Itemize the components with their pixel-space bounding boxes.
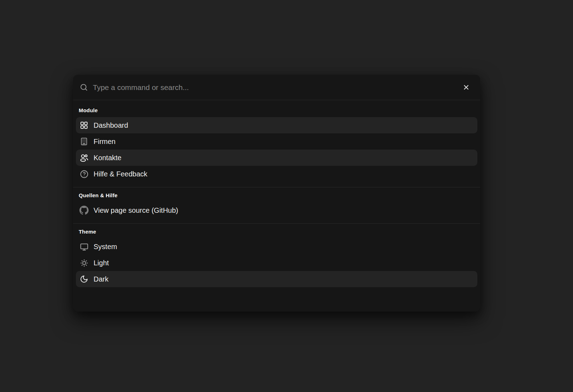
group-heading: Quellen & Hilfe (76, 187, 477, 202)
menu-item-label: Hilfe & Feedback (94, 170, 147, 178)
search-icon (79, 83, 88, 92)
menu-item-label: Firmen (94, 138, 115, 146)
menu-item-label: Light (94, 259, 109, 267)
menu-item-label: View page source (GitHub) (94, 206, 178, 215)
sun-icon (79, 258, 89, 267)
search-bar (73, 75, 480, 100)
menu-item-label: System (94, 243, 117, 251)
command-list: ModuleDashboardFirmenKontakteHilfe & Fee… (73, 100, 480, 312)
moon-icon (79, 275, 89, 284)
menu-item-label: Dark (94, 275, 108, 283)
github-icon (79, 206, 89, 215)
menu-item-kontakte[interactable]: Kontakte (76, 150, 477, 166)
command-palette-dialog: ModuleDashboardFirmenKontakteHilfe & Fee… (73, 75, 480, 312)
x-icon (462, 83, 470, 91)
menu-item-system[interactable]: System (76, 239, 477, 255)
monitor-icon (79, 242, 89, 251)
menu-item-dark[interactable]: Dark (76, 271, 477, 287)
page-background: { "dialog": { "search": { "placeholder":… (0, 0, 573, 392)
help-circle-icon (79, 169, 89, 179)
group-heading: Theme (76, 224, 477, 239)
dashboard-grid-icon (79, 121, 89, 130)
menu-item-label: Kontakte (94, 154, 121, 162)
menu-item-hilfe-feedback[interactable]: Hilfe & Feedback (76, 166, 477, 182)
group-heading: Module (76, 102, 477, 117)
command-group-theme: ThemeSystemLightDark (73, 223, 480, 287)
command-search-input[interactable] (93, 83, 457, 92)
menu-item-view-page-source-github[interactable]: View page source (GitHub) (76, 202, 477, 218)
menu-item-dashboard[interactable]: Dashboard (76, 117, 477, 133)
command-group-module: ModuleDashboardFirmenKontakteHilfe & Fee… (73, 102, 480, 182)
menu-item-label: Dashboard (94, 121, 128, 129)
users-icon (79, 153, 89, 162)
close-button[interactable] (461, 83, 471, 92)
command-group-quellen-hilfe: Quellen & HilfeView page source (GitHub) (73, 187, 480, 218)
menu-item-light[interactable]: Light (76, 255, 477, 271)
building-icon (79, 137, 89, 146)
menu-item-firmen[interactable]: Firmen (76, 133, 477, 150)
